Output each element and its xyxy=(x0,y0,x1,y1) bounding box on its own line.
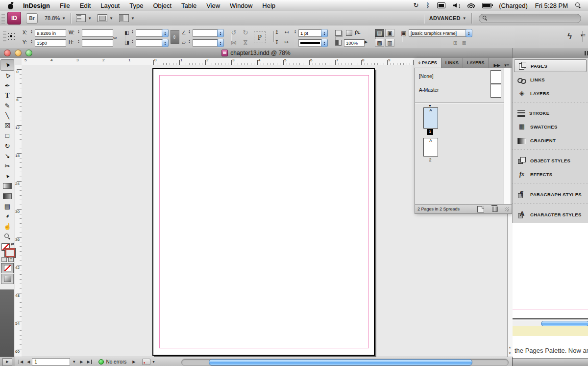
search-box[interactable] xyxy=(479,14,581,23)
jump-object-button[interactable]: ▥ xyxy=(385,39,394,47)
rotation-angle-field[interactable] xyxy=(193,29,219,37)
scroll-down-arrow[interactable]: ▼ xyxy=(508,351,512,356)
scale-x-stepper[interactable]: ▲▼ xyxy=(130,29,135,33)
constrain-dimensions-icon[interactable]: ∞ xyxy=(112,34,119,40)
horizontal-scrollbar-thumb[interactable] xyxy=(209,359,472,366)
pen-tool[interactable]: ✒ xyxy=(1,80,14,91)
rectangle-tool[interactable]: □ xyxy=(1,131,14,141)
scale-y-field[interactable] xyxy=(136,39,163,47)
width-field[interactable] xyxy=(82,29,113,37)
preflight-menu-caret[interactable]: ▾ xyxy=(150,360,156,364)
h-stepper[interactable]: ▲▼ xyxy=(76,39,81,43)
flip-horizontal-icon[interactable]: ⋈ xyxy=(230,39,237,46)
pages-panel-scrollbar[interactable] xyxy=(504,68,510,204)
select-content-icon[interactable]: ↧ xyxy=(273,39,280,45)
select-previous-icon[interactable]: ↤ xyxy=(283,29,290,35)
dock-item-pages[interactable]: PAGES xyxy=(514,59,587,72)
drag-grip[interactable] xyxy=(3,31,6,42)
drag-grip[interactable] xyxy=(1,13,5,24)
y-position-field[interactable]: 15p0 xyxy=(35,39,66,47)
panel-menu-icon[interactable]: ▾≡ xyxy=(504,63,509,68)
bluetooth-icon[interactable]: ᛒ xyxy=(426,0,430,10)
view-options-button[interactable]: ▼ xyxy=(76,14,92,22)
w-stepper[interactable]: ▲▼ xyxy=(76,29,81,33)
stroke-type-combo[interactable]: ▲▼ xyxy=(321,39,328,47)
type-tool[interactable]: T xyxy=(1,91,14,101)
menu-item-indesign[interactable]: InDesign xyxy=(18,0,55,11)
dock-item-links[interactable]: LINKS xyxy=(514,73,587,86)
ruler-origin-corner[interactable] xyxy=(15,58,22,65)
zoom-tool[interactable] xyxy=(1,232,14,242)
measure-tool[interactable]: ▰ xyxy=(1,211,14,222)
tab-pages[interactable]: ◊PAGES xyxy=(415,58,441,68)
scale-y-stepper[interactable]: ▲▼ xyxy=(130,39,135,43)
collapse-dock-icon[interactable] xyxy=(585,51,586,55)
background-scrollbar-thumb[interactable] xyxy=(541,321,588,326)
stroke-weight-stepper[interactable]: ▲▼ xyxy=(293,29,297,33)
scissors-tool[interactable]: ✂ xyxy=(1,161,14,171)
line-tool[interactable]: ╲ xyxy=(1,111,14,121)
panel-resize-grip[interactable] xyxy=(505,207,509,211)
battery-icon[interactable] xyxy=(482,3,491,8)
page-thumbnail-2[interactable]: A xyxy=(423,138,438,157)
dock-item-swatches[interactable]: ▦SWATCHES xyxy=(514,120,587,133)
page-1-canvas[interactable] xyxy=(152,68,375,356)
position-tool[interactable]: ► xyxy=(1,171,14,182)
reference-point-proxy[interactable] xyxy=(7,32,16,41)
break-link-style-icon[interactable]: ⊠ xyxy=(461,40,467,46)
menu-item-help[interactable]: Help xyxy=(257,0,280,11)
scale-x-combo[interactable]: ▲▼ xyxy=(162,29,169,37)
scale-y-combo[interactable]: ▲▼ xyxy=(162,39,169,47)
dock-item-effects[interactable]: fxEFFECTS xyxy=(514,168,587,181)
effects-fx-icon[interactable]: fx. xyxy=(355,29,361,35)
document-title-bar[interactable]: chapter13.indd @ 78% xyxy=(0,48,512,58)
select-container-icon[interactable]: ↥ xyxy=(273,29,280,35)
expand-panel-icon[interactable]: ▶▶ xyxy=(493,63,500,68)
pencil-tool[interactable]: ✎ xyxy=(1,101,14,111)
apply-color-button[interactable] xyxy=(1,274,14,284)
direct-selection-tool[interactable]: ► xyxy=(1,71,14,81)
flip-vertical-icon[interactable]: ⋈ xyxy=(242,39,249,46)
transparency-icon[interactable] xyxy=(346,30,352,36)
menu-item-type[interactable]: Type xyxy=(124,0,148,11)
master-thumbnail[interactable] xyxy=(490,84,501,98)
drop-shadow-icon[interactable] xyxy=(335,30,342,36)
bridge-button[interactable]: Br xyxy=(26,13,38,24)
next-page-button[interactable]: ▶ xyxy=(78,360,85,364)
rotate-tool[interactable]: ↻ xyxy=(1,141,14,151)
menu-item-window[interactable]: Window xyxy=(225,0,257,11)
menu-item-edit[interactable]: Edit xyxy=(75,0,96,11)
dock-item-gradient[interactable]: GRADIENT xyxy=(514,134,587,147)
stroke-swatch[interactable] xyxy=(5,248,15,258)
object-style-dropdown[interactable]: [Basic Graphics Frame] xyxy=(409,29,467,37)
wrap-object-shape-button[interactable]: ▩ xyxy=(375,39,384,47)
new-page-icon[interactable] xyxy=(477,206,484,212)
menu-item-layout[interactable]: Layout xyxy=(96,0,124,11)
quick-apply-icon[interactable]: ϟ xyxy=(567,31,572,41)
x-stepper[interactable]: ▲▼ xyxy=(29,29,34,33)
master-row-a-master[interactable]: A-Master xyxy=(415,83,504,98)
display-icon[interactable] xyxy=(437,2,445,8)
height-field[interactable] xyxy=(82,39,113,47)
page-number-field[interactable]: 1 xyxy=(32,358,70,366)
spread-collapse-arrow[interactable]: ▼ xyxy=(428,104,432,107)
rotation-stepper[interactable]: ▲▼ xyxy=(187,29,192,33)
formatting-affects-container-icon[interactable] xyxy=(1,257,7,262)
apple-menu-icon[interactable] xyxy=(7,2,14,9)
wifi-icon[interactable] xyxy=(467,3,475,8)
delete-page-icon[interactable] xyxy=(492,207,498,212)
zoom-level-dropdown[interactable]: 78.8%▼ xyxy=(45,15,66,21)
spotlight-icon[interactable] xyxy=(575,2,581,8)
sync-icon[interactable]: ↻ xyxy=(414,0,419,10)
gradient-tool[interactable] xyxy=(1,181,14,191)
scale-tool[interactable]: ↘ xyxy=(1,151,14,161)
object-style-combo[interactable]: ▲▼ xyxy=(466,29,472,37)
clear-overrides-icon[interactable]: ⊞ xyxy=(452,40,459,46)
menu-clock[interactable]: Fri 5:28 PM xyxy=(535,2,568,9)
menu-item-table[interactable]: Table xyxy=(176,0,201,11)
preview-mode-button[interactable]: ► xyxy=(0,357,15,366)
rectangle-frame-tool[interactable]: ☒ xyxy=(1,121,14,131)
shear-angle-field[interactable] xyxy=(193,39,219,47)
screen-mode-button[interactable]: ▼ xyxy=(98,14,113,22)
volume-icon[interactable] xyxy=(453,3,460,8)
